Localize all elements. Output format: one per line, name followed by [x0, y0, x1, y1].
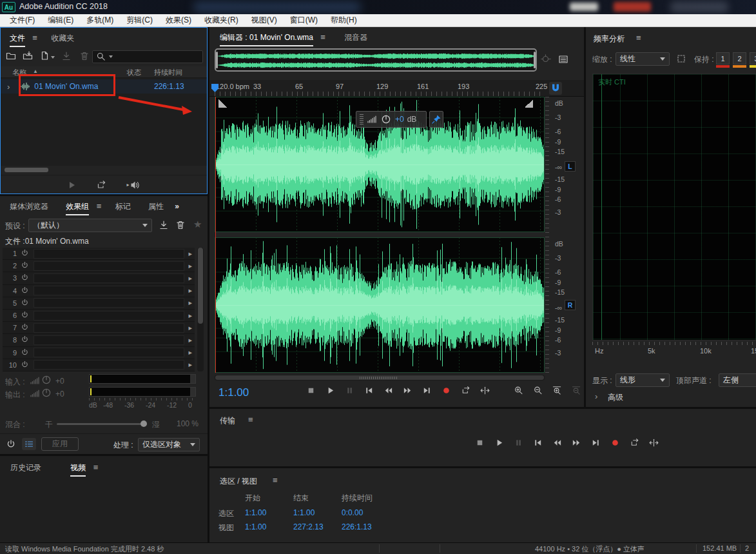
time-display[interactable]: 1:1.00	[218, 386, 249, 399]
slot-power-icon[interactable]	[21, 273, 30, 282]
slot-effect-field[interactable]	[34, 298, 184, 308]
hud-drag-grip[interactable]	[360, 114, 363, 124]
favorite-star-icon[interactable]: ★	[193, 219, 202, 230]
volume-hud[interactable]: +0 dB	[356, 111, 427, 128]
selection-time-value[interactable]: 226:1.13	[342, 522, 372, 531]
channel-left-badge[interactable]: L	[565, 161, 576, 172]
display-dropdown[interactable]: 线形	[615, 373, 670, 387]
save-preset-icon[interactable]	[159, 220, 169, 230]
zoom-out-selection-button[interactable]	[569, 384, 583, 397]
waveform-area[interactable]: +0 dB	[215, 97, 545, 373]
pause-button[interactable]	[342, 384, 356, 397]
effect-slot-row[interactable]: 1▸	[3, 248, 195, 260]
menu-item[interactable]: 多轨(M)	[81, 14, 119, 26]
menu-item[interactable]: 效果(S)	[160, 14, 197, 26]
panel-menu-icon[interactable]: ≡	[273, 475, 278, 485]
effects-vscrollbar[interactable]	[197, 248, 204, 371]
selection-time-value[interactable]: 0:0.00	[342, 508, 363, 517]
zoom-in-selection-button[interactable]	[550, 384, 564, 397]
menu-item[interactable]: 编辑(E)	[42, 14, 79, 26]
slot-effect-field[interactable]	[34, 311, 184, 321]
column-duration[interactable]: 持续时间	[154, 68, 182, 77]
tab-editor[interactable]: 编辑器 : 01 Movin' On.wma	[220, 33, 313, 42]
tab-properties[interactable]: 属性	[148, 202, 164, 211]
selection-time-value[interactable]: 1:1.00	[245, 508, 266, 517]
panel-menu-icon[interactable]: ≡	[97, 201, 102, 211]
slot-effect-field[interactable]	[34, 273, 184, 283]
selection-time-value[interactable]: 1:1.00	[245, 522, 266, 531]
tab-media-browser[interactable]: 媒体浏览器	[10, 202, 48, 211]
effect-slot-row[interactable]: 4▸	[3, 285, 195, 297]
process-dropdown[interactable]: 仅选区对象	[138, 438, 200, 451]
skip-selection-button[interactable]	[478, 384, 492, 397]
skip-to-start-button[interactable]	[530, 436, 545, 449]
channel-right-badge[interactable]: R	[565, 300, 576, 310]
play-button[interactable]	[323, 384, 337, 397]
effect-slot-row[interactable]: 10▸	[3, 359, 195, 371]
editor-hscrollbar[interactable]	[215, 375, 545, 381]
slot-power-icon[interactable]	[21, 335, 30, 344]
hud-volume-knob[interactable]	[380, 114, 392, 125]
fast-forward-button[interactable]	[569, 436, 583, 449]
slot-power-icon[interactable]	[21, 261, 30, 270]
loop-playback-button[interactable]	[627, 436, 641, 449]
effect-slot-row[interactable]: 7▸	[3, 322, 195, 334]
search-input[interactable]	[92, 50, 203, 63]
preview-play-button[interactable]	[64, 179, 79, 192]
preview-loop-button[interactable]	[94, 179, 108, 192]
tab-mixer[interactable]: 混音器	[344, 33, 367, 42]
stop-button[interactable]	[304, 384, 318, 397]
new-content-icon[interactable]	[39, 51, 50, 61]
skip-to-start-button[interactable]	[362, 384, 376, 397]
slot-power-icon[interactable]	[21, 299, 30, 308]
skip-to-end-button[interactable]	[588, 436, 603, 449]
preset-dropdown[interactable]: （默认）	[28, 219, 152, 232]
hud-gain-value[interactable]: +0	[395, 115, 404, 124]
slot-arrow-icon[interactable]: ▸	[188, 312, 192, 320]
menu-item[interactable]: 帮助(H)	[325, 14, 363, 26]
apply-button[interactable]: 应用	[41, 437, 79, 451]
panel-menu-icon[interactable]: ≡	[320, 32, 325, 42]
slot-effect-field[interactable]	[34, 360, 184, 370]
menu-item[interactable]: 视图(V)	[246, 14, 283, 26]
open-file-icon[interactable]	[6, 51, 16, 61]
delete-preset-icon[interactable]	[175, 220, 186, 230]
tab-video[interactable]: 视频	[70, 463, 86, 472]
hold-button-1[interactable]: 1	[716, 52, 730, 64]
fade-out-handle[interactable]	[525, 99, 533, 108]
slot-effect-field[interactable]	[34, 249, 184, 259]
fade-in-handle[interactable]	[218, 99, 227, 108]
editor-options-icon[interactable]	[557, 54, 569, 65]
column-status[interactable]: 状态	[127, 68, 141, 77]
slot-arrow-icon[interactable]: ▸	[188, 274, 192, 282]
tab-files[interactable]: 文件	[10, 34, 25, 43]
slot-effect-field[interactable]	[34, 261, 184, 271]
record-button[interactable]	[608, 436, 622, 449]
rewind-button[interactable]	[381, 384, 395, 397]
scale-dropdown[interactable]: 线性	[615, 52, 670, 66]
auto-play-speaker-button[interactable]: ▸	[124, 179, 143, 192]
fast-forward-button[interactable]	[400, 384, 414, 397]
play-button[interactable]	[492, 436, 506, 449]
slot-power-icon[interactable]	[21, 249, 30, 258]
tab-overflow-icon[interactable]: »	[175, 202, 179, 211]
loop-playback-button[interactable]	[458, 384, 472, 397]
panel-menu-icon[interactable]: ≡	[636, 33, 641, 43]
zoom-in-button[interactable]	[511, 384, 525, 397]
stop-button[interactable]	[472, 436, 487, 449]
tab-favorites[interactable]: 收藏夹	[51, 34, 74, 43]
slot-effect-field[interactable]	[34, 348, 184, 357]
record-button[interactable]	[439, 384, 453, 397]
slot-arrow-icon[interactable]: ▸	[188, 348, 192, 357]
rack-list-toggle-button[interactable]	[22, 438, 36, 450]
zoom-out-button[interactable]	[530, 384, 545, 397]
rack-power-button[interactable]	[5, 439, 17, 450]
snap-magnet-button[interactable]	[549, 82, 562, 95]
output-gain-knob[interactable]	[41, 388, 52, 398]
timeline-ruler[interactable]: 120.0 bpm 336597129161193225	[209, 80, 584, 97]
panel-menu-icon[interactable]: ≡	[32, 33, 37, 43]
effect-slot-row[interactable]: 3▸	[3, 272, 195, 284]
advanced-label[interactable]: 高级	[608, 392, 623, 403]
new-content-caret[interactable]	[51, 56, 55, 59]
slot-arrow-icon[interactable]: ▸	[188, 250, 192, 258]
